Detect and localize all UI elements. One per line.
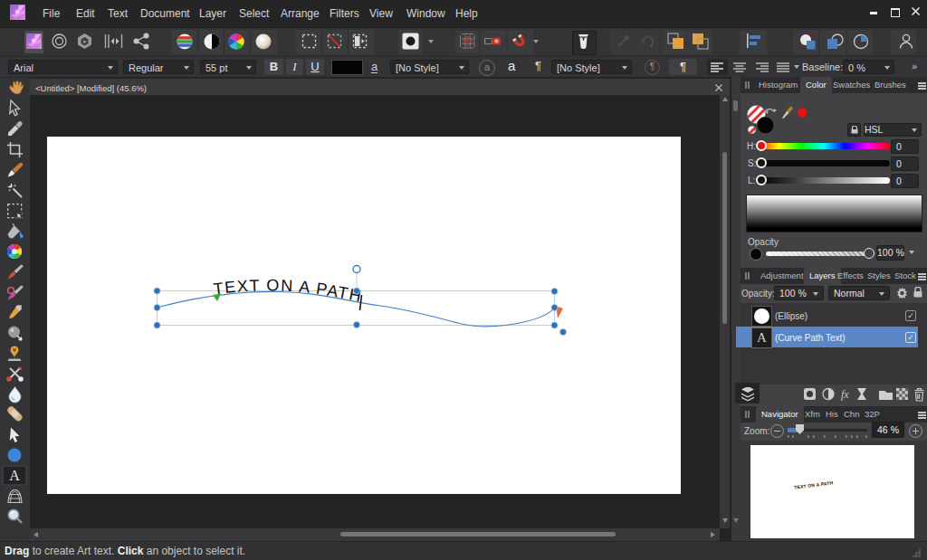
svg-text:A: A (9, 468, 20, 483)
svg-text:fx: fx (841, 388, 849, 401)
svg-text:TEXT ON A PATH: TEXT ON A PATH (212, 276, 363, 305)
